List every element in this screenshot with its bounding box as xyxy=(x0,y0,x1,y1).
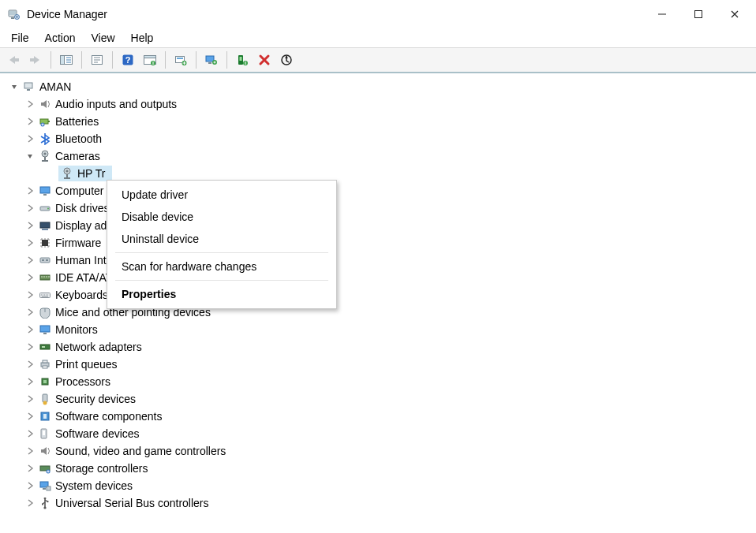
tree-item-cameras[interactable]: Cameras xyxy=(3,147,753,165)
ctx-scan-hardware[interactable]: Scan for hardware changes xyxy=(107,255,336,278)
hid-icon xyxy=(38,253,52,267)
ctx-separator xyxy=(115,280,328,281)
expand-arrow-icon[interactable] xyxy=(24,410,36,423)
menu-view[interactable]: View xyxy=(83,30,122,46)
svg-rect-11 xyxy=(144,56,156,58)
expand-arrow-icon[interactable] xyxy=(24,358,36,371)
action-center-button[interactable] xyxy=(140,50,160,70)
display-adapter-icon xyxy=(38,218,52,233)
show-hide-console-tree-button[interactable] xyxy=(56,50,77,70)
expand-arrow-icon[interactable] xyxy=(24,393,36,405)
titlebar: Device Manager xyxy=(0,0,756,28)
tree-item-monitors[interactable]: Monitors xyxy=(3,321,753,338)
app-icon xyxy=(6,7,21,21)
menubar: File Action View Help xyxy=(0,28,756,47)
svg-point-58 xyxy=(43,401,47,405)
expand-arrow-icon[interactable] xyxy=(24,427,36,440)
menu-file[interactable]: File xyxy=(3,30,37,46)
enable-device-button[interactable] xyxy=(232,50,253,70)
tree-item-processors[interactable]: Processors xyxy=(3,373,753,390)
svg-rect-43 xyxy=(40,258,50,263)
tree-item-label: Network adapters xyxy=(55,341,142,353)
tree-item-label: Firmware xyxy=(55,237,101,249)
expand-arrow-icon[interactable] xyxy=(24,202,36,214)
expand-arrow-icon[interactable] xyxy=(24,306,36,319)
tree-item-usb[interactable]: Universal Serial Bus controllers xyxy=(3,494,753,512)
collapse-arrow-icon[interactable] xyxy=(8,80,21,93)
menu-action[interactable]: Action xyxy=(37,30,84,46)
ctx-update-driver[interactable]: Update driver xyxy=(107,184,336,206)
tree-item-system[interactable]: System devices xyxy=(3,477,753,494)
svg-rect-42 xyxy=(42,240,48,246)
nav-back-button[interactable] xyxy=(3,50,24,70)
tree-item-audio[interactable]: Audio inputs and outputs xyxy=(3,95,753,113)
ctx-separator xyxy=(115,252,328,253)
expand-arrow-icon[interactable] xyxy=(24,115,36,128)
svg-rect-69 xyxy=(42,504,43,505)
expand-arrow-icon[interactable] xyxy=(24,479,36,492)
expand-arrow-icon[interactable] xyxy=(24,184,36,197)
tree-item-storage[interactable]: Storage controllers xyxy=(3,460,753,477)
maximize-button[interactable] xyxy=(680,0,717,28)
close-button[interactable] xyxy=(717,0,753,28)
svg-rect-45 xyxy=(46,259,48,261)
tree-item-label: Software components xyxy=(55,410,162,423)
expand-arrow-icon[interactable] xyxy=(24,462,36,475)
svg-rect-53 xyxy=(43,360,47,363)
expand-arrow-icon[interactable] xyxy=(24,98,36,110)
usb-icon xyxy=(38,496,52,510)
tree-item-label: Print queues xyxy=(55,358,118,371)
toolbar-separator xyxy=(112,51,113,69)
svg-point-67 xyxy=(43,506,46,509)
ctx-uninstall-device[interactable]: Uninstall device xyxy=(107,228,336,250)
menu-help[interactable]: Help xyxy=(123,30,162,46)
mouse-icon xyxy=(38,305,52,319)
svg-rect-49 xyxy=(43,333,47,334)
expand-arrow-icon[interactable] xyxy=(24,375,36,388)
toolbar-separator xyxy=(165,51,166,69)
minimize-button[interactable] xyxy=(644,0,680,28)
toolbar-separator xyxy=(196,51,196,69)
printer-icon xyxy=(38,357,52,371)
svg-point-68 xyxy=(47,501,48,502)
tree-item-swcomp[interactable]: Software components xyxy=(3,408,753,425)
svg-rect-4 xyxy=(695,11,702,18)
tree-root[interactable]: AMAN xyxy=(3,78,753,95)
ctx-disable-device[interactable]: Disable device xyxy=(107,206,336,228)
expand-arrow-icon[interactable] xyxy=(24,497,36,509)
expand-arrow-icon[interactable] xyxy=(24,237,36,249)
disable-device-button[interactable] xyxy=(276,50,297,70)
tree-item-batteries[interactable]: Batteries xyxy=(3,113,753,130)
tree-item-printq[interactable]: Print queues xyxy=(3,356,753,373)
expand-arrow-icon[interactable] xyxy=(24,254,36,266)
tree-item-swdev[interactable]: Software devices xyxy=(3,425,753,442)
scan-hardware-button[interactable] xyxy=(201,50,222,70)
ctx-properties[interactable]: Properties xyxy=(107,283,336,305)
window-title: Device Manager xyxy=(27,8,107,20)
update-driver-button[interactable] xyxy=(170,50,191,70)
svg-rect-20 xyxy=(240,57,242,61)
tree-item-label: Keyboards xyxy=(55,289,108,301)
context-menu: Update driver Disable device Uninstall d… xyxy=(107,180,337,309)
tree-item-label: System devices xyxy=(55,479,133,492)
tree-item-sound[interactable]: Sound, video and game controllers xyxy=(3,442,753,460)
cpu-icon xyxy=(38,375,52,389)
expand-arrow-icon[interactable] xyxy=(24,445,36,457)
tree-item-security[interactable]: Security devices xyxy=(3,390,753,408)
tree-item-bluetooth[interactable]: Bluetooth xyxy=(3,130,753,147)
properties-button[interactable] xyxy=(87,50,107,70)
help-button[interactable]: ? xyxy=(118,50,138,70)
speaker-icon xyxy=(38,444,52,458)
nav-forward-button[interactable] xyxy=(25,50,46,70)
uninstall-device-button[interactable] xyxy=(254,50,275,70)
expand-arrow-icon[interactable] xyxy=(24,271,36,284)
expand-arrow-icon[interactable] xyxy=(24,289,36,301)
tree-item-label: Audio inputs and outputs xyxy=(55,98,177,110)
tree-item-label: Sound, video and game controllers xyxy=(55,445,226,457)
expand-arrow-icon[interactable] xyxy=(24,132,36,145)
tree-item-network[interactable]: Network adapters xyxy=(3,338,753,356)
expand-arrow-icon[interactable] xyxy=(24,341,36,353)
expand-arrow-icon[interactable] xyxy=(24,323,36,336)
collapse-arrow-icon[interactable] xyxy=(24,150,36,162)
expand-arrow-icon[interactable] xyxy=(24,219,36,232)
